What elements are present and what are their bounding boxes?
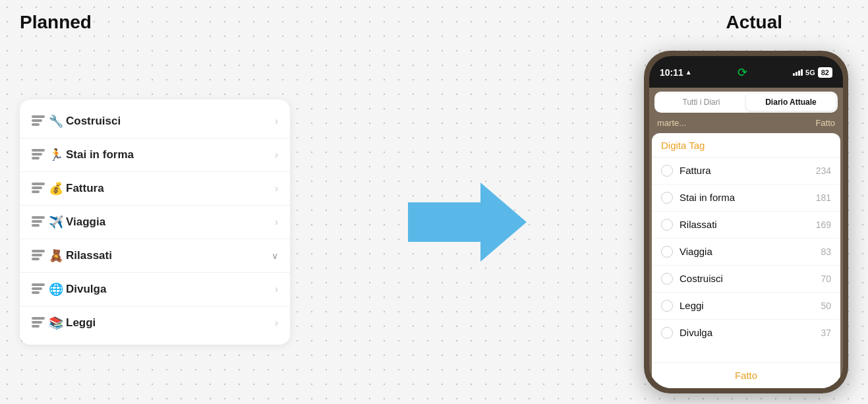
planned-item-costruisci[interactable]: 🔧Costruisci› [20,105,290,138]
popup-row-3[interactable]: Viaggia83 [652,239,840,266]
popup-search[interactable]: Digita Tag [652,133,840,158]
network-label: 5G [805,69,815,76]
battery-indicator: 82 [818,67,832,78]
popup-row-count: 70 [821,274,831,284]
popup-footer[interactable]: Fatto [652,362,840,388]
popup-row-count: 37 [821,328,831,338]
chevron-right-icon: › [275,115,278,127]
stack-icon [32,283,45,295]
svg-marker-0 [408,183,527,262]
popup-row-label: Divulga [680,327,821,338]
popup-row-count: 169 [816,219,831,230]
phone-screen: 10:11 ▲ ⟳ 5G 82 [649,56,843,388]
planned-panel: 🔧Costruisci›🏃Stai in forma›💰Fattura›✈️Vi… [20,100,290,345]
tag-icon [661,192,673,204]
item-label: Divulga [66,283,275,296]
item-label: Stai in forma [66,148,275,161]
tag-icon [661,273,673,285]
item-label: Rilassati [66,249,272,262]
popup-row-6[interactable]: Divulga37 [652,320,840,346]
tag-icon [661,327,673,339]
tag-icon [661,246,673,258]
status-time: 10:11 ▲ [660,67,692,78]
item-label: Costruisci [66,115,275,128]
connectivity-icon: ⟳ [738,65,747,80]
planned-label: Planned [20,12,297,33]
popup-row-label: Fattura [680,165,816,176]
planned-item-divulga[interactable]: 🌐Divulga› [20,273,290,306]
phone-mockup: 10:11 ▲ ⟳ 5G 82 [644,51,848,393]
stack-icon [32,183,45,194]
planned-item-rilassati[interactable]: 🧸Rilassati∨ [20,239,290,273]
stack-icon [32,149,45,161]
col-fatto: Fatto [815,118,835,128]
tab-diario-attuale[interactable]: Diario Attuale [746,94,836,111]
popup-row-2[interactable]: Rilassati169 [652,212,840,239]
tag-icon [661,165,673,177]
arrow-right-icon [408,183,527,262]
item-label: Leggi [66,316,275,330]
chevron-right-icon: › [275,317,278,329]
search-placeholder-text: Digita Tag [661,140,705,151]
chevron-right-icon: › [275,183,278,194]
stack-icon [32,250,45,262]
popup-row-0[interactable]: Fattura234 [652,158,840,185]
planned-item-viaggia[interactable]: ✈️Viaggia› [20,206,290,239]
arrow-container [290,183,644,262]
item-emoji: 🌐 [49,282,63,297]
popup-row-1[interactable]: Stai in forma181 [652,185,840,212]
status-center: ⟳ [730,63,755,82]
popup-row-count: 234 [816,165,831,176]
popup-row-count: 83 [821,246,831,257]
stack-icon [32,317,45,329]
item-emoji: 💰 [49,181,63,196]
popup-row-label: Stai in forma [680,192,816,203]
item-label: Fattura [66,182,275,195]
planned-item-stai-in-forma[interactable]: 🏃Stai in forma› [20,138,290,172]
col-date: marte... [657,118,815,128]
item-emoji: 🏃 [49,148,63,162]
tag-icon [661,219,673,231]
location-icon: ▲ [685,69,692,76]
popup-row-4[interactable]: Costruisci70 [652,266,840,293]
item-label: Viaggia [66,216,275,229]
tab-tutti-i-diari[interactable]: Tutti i Diari [656,94,746,111]
column-header: marte... Fatto [649,113,843,133]
item-emoji: ✈️ [49,215,63,229]
item-emoji: 🔧 [49,114,63,129]
stack-icon [32,216,45,228]
tag-icon [661,300,673,312]
tab-bar: Tutti i Diari Diario Attuale [654,92,838,113]
popup-row-label: Leggi [680,300,821,311]
chevron-right-icon: › [275,149,278,161]
popup-row-label: Costruisci [680,273,821,284]
planned-item-fattura[interactable]: 💰Fattura› [20,172,290,206]
chevron-down-icon: ∨ [272,250,278,261]
popup-row-count: 50 [821,301,831,311]
status-right: 5G 82 [793,67,832,78]
chevron-right-icon: › [275,283,278,295]
popup-row-label: Viaggia [680,246,821,257]
planned-item-leggi[interactable]: 📚Leggi› [20,306,290,339]
popup-row-count: 181 [816,192,831,203]
signal-bars-icon [793,69,803,76]
status-bar: 10:11 ▲ ⟳ 5G 82 [649,56,843,88]
popup-row-5[interactable]: Leggi50 [652,293,840,320]
tag-popup: Digita Tag Fattura234Stai in forma181Ril… [652,133,840,388]
item-emoji: 📚 [49,316,63,330]
stack-icon [32,115,45,127]
done-button[interactable]: Fatto [735,370,757,381]
chevron-right-icon: › [275,216,278,228]
popup-list: Fattura234Stai in forma181Rilassati169Vi… [652,158,840,362]
item-emoji: 🧸 [49,248,63,263]
popup-row-label: Rilassati [680,219,816,230]
actual-label: Actual [726,12,782,33]
